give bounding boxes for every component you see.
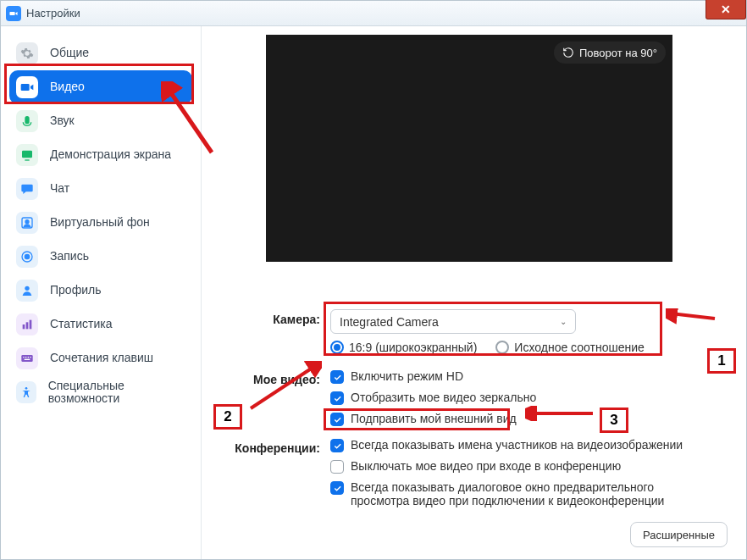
sidebar: ОбщиеВидеоЗвукДемонстрация экранаЧатВирт… <box>1 26 202 559</box>
ratio-original-radio[interactable] <box>495 341 509 354</box>
window-title: Настройки <box>26 7 80 19</box>
sidebar-item-4[interactable]: Чат <box>9 172 192 206</box>
sidebar-item-label: Видео <box>50 80 85 93</box>
mirror-label: Отобразить мое видео зеркально <box>351 391 536 404</box>
sidebar-item-label: Чат <box>50 182 69 195</box>
gear-icon <box>16 42 38 64</box>
rotate-icon <box>562 47 574 58</box>
ratio-original-label: Исходное соотношение <box>514 341 644 354</box>
svg-rect-0 <box>22 151 32 158</box>
rotate-label: Поворот на 90° <box>579 47 657 59</box>
sidebar-item-2[interactable]: Звук <box>9 104 192 138</box>
ratio-169-radio[interactable] <box>330 341 344 354</box>
meetings-label: Конференции: <box>213 438 330 455</box>
svg-rect-7 <box>26 322 29 329</box>
bg-icon <box>16 212 38 234</box>
rotate-button[interactable]: Поворот на 90° <box>554 42 666 64</box>
hd-checkbox[interactable] <box>330 370 344 384</box>
sidebar-item-7[interactable]: Профиль <box>9 274 192 308</box>
callout-3: 3 <box>600 408 628 433</box>
shownames-label: Всегда показывать имена участников на ви… <box>351 438 683 452</box>
sidebar-item-label: Общие <box>50 47 89 59</box>
sidebar-item-5[interactable]: Виртуальный фон <box>9 206 192 240</box>
content-pane: Поворот на 90° Камера: Integrated Camera… <box>202 26 746 559</box>
sidebar-item-1[interactable]: Видео <box>9 70 192 104</box>
stats-icon <box>16 313 38 335</box>
svg-rect-12 <box>28 357 29 358</box>
video-icon <box>16 76 38 98</box>
svg-point-4 <box>25 254 29 258</box>
sidebar-item-label: Специальные возможности <box>48 380 185 406</box>
share-icon <box>16 144 38 166</box>
svg-rect-10 <box>23 357 24 358</box>
preview-checkbox[interactable] <box>330 481 344 495</box>
sidebar-item-8[interactable]: Статистика <box>9 308 192 341</box>
camera-select[interactable]: Integrated Camera ⌄ <box>330 309 576 334</box>
advanced-button[interactable]: Расширенные <box>630 522 728 547</box>
offjoin-label: Выключать мое видео при входе в конферен… <box>351 459 621 473</box>
svg-rect-13 <box>30 357 30 358</box>
touchup-label: Подправить мой внешний вид <box>351 412 517 425</box>
audio-icon <box>16 110 38 132</box>
close-button[interactable]: ✕ <box>706 0 746 19</box>
record-icon <box>16 246 38 268</box>
close-icon: ✕ <box>721 3 731 16</box>
callout-1: 1 <box>707 348 736 374</box>
sidebar-item-label: Сочетания клавиш <box>50 352 153 364</box>
svg-rect-11 <box>25 357 26 358</box>
svg-point-5 <box>25 286 29 291</box>
sidebar-item-label: Запись <box>50 250 89 263</box>
camera-selected-value: Integrated Camera <box>340 315 439 329</box>
svg-rect-9 <box>21 355 32 362</box>
myvideo-label: Мое видео: <box>213 369 330 386</box>
profile-icon <box>16 280 38 302</box>
video-preview: Поворот на 90° <box>266 35 672 262</box>
sidebar-item-label: Звук <box>50 114 75 127</box>
keys-icon <box>16 347 38 369</box>
sidebar-item-6[interactable]: Запись <box>9 240 192 274</box>
sidebar-item-0[interactable]: Общие <box>9 36 192 70</box>
chat-icon <box>16 178 38 200</box>
settings-window: Настройки ✕ ОбщиеВидеоЗвукДемонстрация э… <box>0 0 747 560</box>
offjoin-checkbox[interactable] <box>330 460 344 474</box>
chevron-down-icon: ⌄ <box>560 317 567 326</box>
svg-rect-6 <box>23 324 25 329</box>
preview-label: Всегда показывать диалоговое окно предва… <box>351 480 681 507</box>
svg-rect-14 <box>25 359 30 360</box>
access-icon <box>16 381 36 403</box>
svg-point-15 <box>25 387 27 390</box>
sidebar-item-3[interactable]: Демонстрация экрана <box>9 138 192 172</box>
sidebar-item-label: Демонстрация экрана <box>50 148 171 161</box>
callout-2: 2 <box>213 404 242 430</box>
app-logo-icon <box>6 6 21 21</box>
sidebar-item-label: Профиль <box>50 284 101 297</box>
sidebar-item-label: Виртуальный фон <box>50 216 150 229</box>
titlebar: Настройки ✕ <box>1 1 746 26</box>
camera-label: Камера: <box>213 309 330 326</box>
hd-label: Включить режим HD <box>351 369 463 383</box>
mirror-checkbox[interactable] <box>330 391 344 405</box>
svg-point-2 <box>25 220 29 224</box>
svg-rect-8 <box>30 320 32 330</box>
sidebar-item-label: Статистика <box>50 318 113 330</box>
sidebar-item-9[interactable]: Сочетания клавиш <box>9 341 192 375</box>
sidebar-item-10[interactable]: Специальные возможности <box>9 375 192 409</box>
shownames-checkbox[interactable] <box>330 439 344 452</box>
touchup-checkbox[interactable] <box>330 413 344 426</box>
ratio-169-label: 16:9 (широкоэкранный) <box>349 341 477 354</box>
